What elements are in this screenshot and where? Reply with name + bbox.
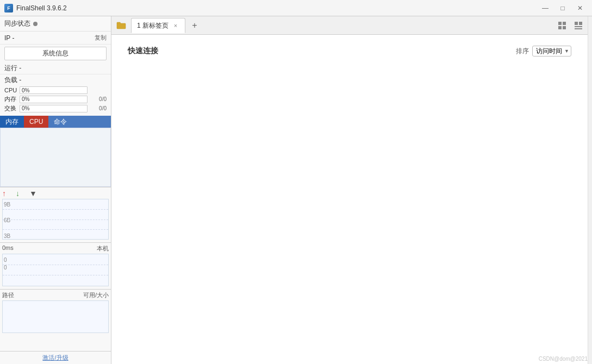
disk-section: 路径 可用/大小 bbox=[0, 289, 111, 351]
metric-row-mem: 内存 0% 0/0 bbox=[4, 95, 107, 103]
cpu-label: CPU bbox=[4, 87, 20, 93]
disk-header: 路径 可用/大小 bbox=[2, 291, 109, 299]
sort-label: 排序 bbox=[516, 47, 529, 56]
folder-icon-button[interactable] bbox=[114, 18, 129, 33]
cpu-bar: 0% bbox=[20, 86, 88, 94]
ping-ms-label: 0ms bbox=[2, 244, 14, 253]
ip-row: IP - 复制 bbox=[0, 32, 111, 45]
download-arrow-icon: ↓ bbox=[16, 189, 20, 198]
svg-rect-6 bbox=[575, 26, 582, 27]
svg-rect-3 bbox=[563, 26, 566, 29]
svg-rect-1 bbox=[563, 22, 566, 25]
tab-cpu[interactable]: CPU bbox=[24, 116, 48, 128]
swap-value: 0% bbox=[22, 105, 29, 112]
sort-select-wrap: 访问时间 名称 类型 bbox=[532, 46, 571, 57]
swap-extra: 0/0 bbox=[89, 105, 107, 111]
net-section: ↑ ↓ ▼ 9B 6B 3B bbox=[0, 187, 111, 242]
sidebar: 同步状态 IP - 复制 系统信息 运行 - 负载 - CPU 0% bbox=[0, 16, 111, 364]
ip-label: IP - bbox=[4, 34, 14, 42]
content-area: 1 新标签页 × + bbox=[111, 16, 588, 364]
app-title: FinalShell 3.9.6.2 bbox=[16, 4, 67, 12]
metric-row-swap: 交换 0% 0/0 bbox=[4, 104, 107, 112]
sort-row: 排序 访问时间 名称 类型 bbox=[516, 46, 571, 57]
tab-memory[interactable]: 内存 bbox=[0, 116, 24, 128]
ping-header: 0ms 本机 bbox=[2, 244, 109, 253]
secondary-arrow-icon: ▼ bbox=[29, 189, 37, 198]
net-arrows: ↑ ↓ ▼ bbox=[2, 189, 37, 198]
svg-rect-2 bbox=[558, 26, 562, 29]
tab-command[interactable]: 命令 bbox=[48, 116, 72, 128]
inner-tabs: 内存 CPU 命令 bbox=[0, 116, 111, 128]
list-view-button[interactable] bbox=[571, 18, 585, 33]
mem-value: 0% bbox=[22, 96, 29, 103]
disk-content bbox=[2, 300, 109, 333]
mem-label: 内存 bbox=[4, 95, 20, 103]
grid-view-button[interactable] bbox=[555, 18, 569, 33]
tab-bar-left: 1 新标签页 × + bbox=[114, 18, 202, 33]
ping-local-label: 本机 bbox=[97, 244, 109, 253]
net-label-9b: 9B bbox=[4, 202, 10, 208]
cpu-value: 0% bbox=[22, 87, 29, 93]
add-tab-button[interactable]: + bbox=[188, 18, 202, 33]
activate-button[interactable]: 激活/升级 bbox=[42, 354, 68, 362]
bottom-bar: 激活/升级 bbox=[0, 351, 111, 364]
maximize-button[interactable]: □ bbox=[555, 2, 570, 14]
net-label-6b: 6B bbox=[4, 217, 10, 223]
inner-content-area bbox=[0, 128, 111, 187]
right-scrollbar[interactable] bbox=[588, 16, 592, 364]
disk-size-label: 可用/大小 bbox=[83, 291, 109, 299]
quick-connect-header: 快速连接 排序 访问时间 名称 类型 bbox=[128, 46, 571, 57]
tab-bar: 1 新标签页 × + bbox=[111, 16, 588, 35]
swap-bar: 0% bbox=[20, 105, 88, 112]
tab-close-button[interactable]: × bbox=[172, 22, 179, 29]
load-section: 负载 - CPU 0% 内存 0% 0/0 bbox=[0, 74, 111, 114]
list-view-icon bbox=[574, 21, 583, 30]
net-chart: 9B 6B 3B bbox=[2, 199, 109, 240]
tab-label: 1 新标签页 bbox=[137, 21, 169, 30]
ping-section: 0ms 本机 0 0 bbox=[0, 242, 111, 289]
main-layout: 同步状态 IP - 复制 系统信息 运行 - 负载 - CPU 0% bbox=[0, 16, 592, 364]
svg-rect-7 bbox=[575, 28, 582, 29]
swap-label: 交换 bbox=[4, 104, 20, 112]
running-label: 运行 - bbox=[4, 64, 21, 72]
running-row: 运行 - bbox=[0, 62, 111, 74]
svg-rect-4 bbox=[575, 22, 578, 25]
tab-new-page[interactable]: 1 新标签页 × bbox=[131, 18, 185, 33]
quick-connect-title: 快速连接 bbox=[128, 46, 158, 56]
title-bar-left: F FinalShell 3.9.6.2 bbox=[4, 4, 67, 12]
sync-status-label: 同步状态 bbox=[4, 19, 30, 28]
metric-row-cpu: CPU 0% bbox=[4, 86, 107, 94]
svg-rect-5 bbox=[579, 22, 582, 25]
mem-extra: 0/0 bbox=[89, 96, 107, 102]
sys-info-button[interactable]: 系统信息 bbox=[4, 47, 107, 60]
sync-status-row: 同步状态 bbox=[0, 16, 111, 32]
svg-rect-0 bbox=[558, 22, 562, 25]
upload-arrow-icon: ↑ bbox=[2, 189, 6, 198]
close-button[interactable]: ✕ bbox=[572, 2, 588, 14]
quick-connect-area: 快速连接 排序 访问时间 名称 类型 bbox=[111, 35, 588, 364]
load-title: 负载 - bbox=[4, 76, 107, 85]
sort-select[interactable]: 访问时间 名称 类型 bbox=[532, 46, 571, 57]
mem-bar: 0% bbox=[20, 96, 88, 103]
title-bar: F FinalShell 3.9.6.2 — □ ✕ bbox=[0, 0, 592, 16]
grid-view-icon bbox=[558, 21, 566, 30]
sync-dot bbox=[33, 22, 38, 26]
watermark: CSDN@dom@2021 bbox=[539, 356, 588, 362]
window-controls: — □ ✕ bbox=[538, 2, 588, 14]
app-icon: F bbox=[4, 4, 13, 12]
copy-button[interactable]: 复制 bbox=[95, 34, 107, 42]
folder-icon bbox=[116, 22, 126, 29]
disk-path-label: 路径 bbox=[2, 291, 14, 299]
minimize-button[interactable]: — bbox=[538, 2, 553, 14]
net-labels: 9B 6B 3B bbox=[4, 200, 10, 240]
tab-bar-right bbox=[555, 18, 585, 33]
ping-chart: 0 0 bbox=[2, 254, 109, 286]
net-label-3b: 3B bbox=[4, 233, 10, 239]
net-header: ↑ ↓ ▼ bbox=[2, 189, 109, 198]
